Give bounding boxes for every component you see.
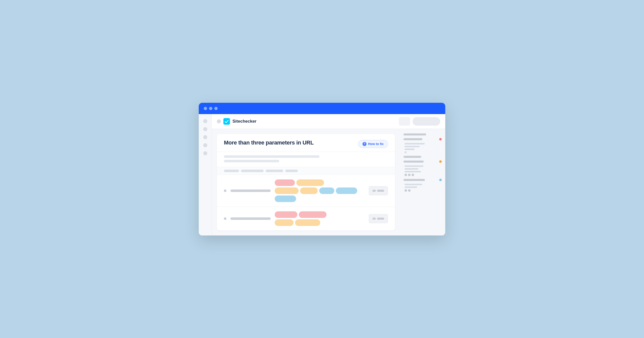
th-1 — [224, 170, 239, 172]
tag-yellow-5 — [295, 219, 320, 226]
rp-sublines-3 — [404, 184, 442, 192]
content-row: More than three parameters in URL ? How … — [212, 129, 445, 235]
action-button-1[interactable] — [369, 186, 388, 195]
sidebar-item-5[interactable] — [203, 151, 207, 155]
sidebar-item-1[interactable] — [203, 119, 207, 123]
rp-subline-dot-1 — [405, 151, 407, 153]
nav-button-2[interactable] — [413, 117, 440, 126]
tag-pink-2 — [275, 211, 297, 218]
desc-line-2 — [224, 160, 279, 162]
rp-subline-5 — [405, 168, 418, 170]
rp-row-4 — [404, 160, 442, 163]
tag-pink-1 — [275, 179, 295, 186]
rp-line-1 — [404, 133, 426, 135]
sidebar-item-2[interactable] — [203, 127, 207, 131]
row-url-1 — [230, 189, 271, 192]
rp-subline-7 — [405, 184, 422, 185]
logo-text: Sitechecker — [232, 119, 256, 124]
nav-buttons — [399, 117, 440, 126]
rp-subline-6 — [405, 171, 421, 172]
main-wrapper: Sitechecker More than three parameters i… — [212, 114, 445, 235]
tag-yellow-2 — [275, 187, 299, 194]
row-icon-2 — [224, 217, 226, 220]
window-dot-red — [204, 107, 207, 110]
rp-subline-8 — [405, 186, 417, 188]
issue-description — [217, 152, 395, 167]
tag-blue-3 — [275, 196, 296, 202]
rp-row-5 — [404, 179, 442, 181]
action-btn-icon-2 — [373, 218, 376, 220]
tag-yellow-1 — [296, 179, 324, 186]
rp-subdot-4 — [405, 189, 407, 192]
rp-subdot-3 — [412, 174, 414, 176]
how-to-fix-label: How to fix — [368, 142, 384, 146]
rp-row-2 — [404, 138, 442, 140]
action-btn-icon-1 — [373, 190, 376, 192]
th-2 — [241, 170, 264, 172]
rp-row-1 — [404, 133, 442, 135]
rp-subdot-2 — [408, 174, 411, 176]
rp-line-5 — [404, 179, 425, 181]
sidebar — [199, 114, 212, 235]
how-to-fix-button[interactable]: ? How to fix — [358, 140, 388, 148]
rp-subline-1 — [405, 143, 425, 144]
logo-circle — [217, 119, 221, 123]
desc-line-1 — [224, 155, 319, 158]
sidebar-item-4[interactable] — [203, 143, 207, 147]
topbar: Sitechecker — [212, 114, 445, 129]
table-header-row — [217, 167, 395, 175]
logo-icon — [223, 118, 230, 125]
rp-subline-4 — [405, 165, 423, 167]
rp-subline-3 — [405, 149, 415, 150]
tag-yellow-3 — [300, 187, 318, 194]
tag-blue-2 — [336, 187, 357, 194]
rp-subline-2 — [405, 146, 420, 147]
svg-rect-0 — [223, 118, 230, 125]
issue-header: More than three parameters in URL ? How … — [217, 134, 395, 152]
rp-sublines-2 — [404, 165, 442, 176]
table-row — [217, 175, 395, 207]
rp-dot-blue — [439, 179, 442, 181]
browser-window: Sitechecker More than three parameters i… — [199, 103, 445, 235]
window-dot-green — [214, 107, 218, 110]
row-url-2 — [230, 217, 271, 220]
right-panel — [400, 129, 445, 235]
action-button-2[interactable] — [369, 214, 388, 223]
issue-card: More than three parameters in URL ? How … — [217, 134, 395, 230]
rp-dot-orange — [439, 160, 442, 163]
th-3 — [266, 170, 283, 172]
issue-title: More than three parameters in URL — [224, 139, 314, 146]
browser-body: Sitechecker More than three parameters i… — [199, 114, 445, 235]
tag-pink-3 — [299, 211, 327, 218]
browser-titlebar — [199, 103, 445, 114]
nav-button-1[interactable] — [399, 117, 410, 126]
tag-blue-1 — [319, 187, 334, 194]
logo-area: Sitechecker — [217, 118, 256, 125]
how-to-fix-icon: ? — [363, 142, 367, 146]
action-btn-text-1 — [377, 190, 384, 192]
th-4 — [285, 170, 298, 172]
rp-dot-red — [439, 138, 442, 140]
rp-subdot-5 — [408, 189, 411, 192]
rp-line-3 — [404, 156, 421, 158]
tags-cluster-1 — [275, 179, 365, 202]
sidebar-item-3[interactable] — [203, 135, 207, 139]
rp-row-3 — [404, 156, 442, 158]
rp-subdot-1 — [405, 174, 407, 176]
action-btn-text-2 — [377, 218, 384, 220]
table-row — [217, 207, 395, 230]
rp-line-4 — [404, 161, 424, 163]
window-dot-yellow — [209, 107, 212, 110]
central-panel: More than three parameters in URL ? How … — [212, 129, 400, 235]
row-icon-1 — [224, 189, 226, 192]
tag-yellow-4 — [275, 219, 294, 226]
tags-cluster-2 — [275, 211, 365, 226]
rp-sublines-1 — [404, 143, 442, 153]
rp-line-2 — [404, 138, 422, 140]
